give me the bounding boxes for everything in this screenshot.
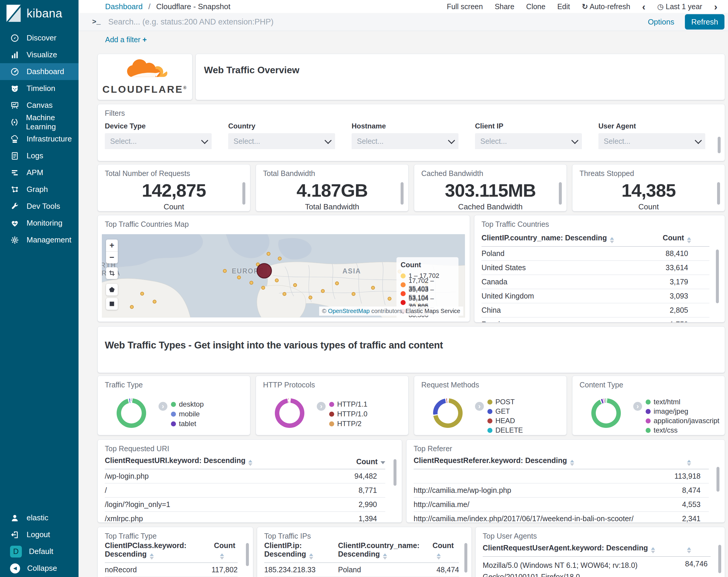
add-filter-link[interactable]: Add a filter + xyxy=(105,35,147,44)
time-forward-button[interactable]: › xyxy=(714,1,718,11)
scrollbar[interactable] xyxy=(559,182,562,205)
cloud-server-icon xyxy=(10,134,20,144)
scrollbar[interactable] xyxy=(464,543,467,573)
column-header-country[interactable]: ClientIP.country_name: Descending xyxy=(482,233,614,243)
legend-item[interactable]: text/html xyxy=(646,398,680,406)
openstreetmap-link[interactable]: OpenStreetMap xyxy=(328,308,370,314)
world-map[interactable]: NORTHAMERICA EUROPE ASIA xyxy=(102,234,465,318)
options-link[interactable]: Options xyxy=(648,18,674,27)
scrollbar[interactable] xyxy=(246,543,249,566)
legend-item[interactable]: HTTP/2 xyxy=(329,420,362,428)
sidebar-item-discover[interactable]: Discover xyxy=(0,29,79,46)
legend-item[interactable]: text/css xyxy=(646,426,677,434)
edit-button[interactable]: Edit xyxy=(557,2,570,11)
sidebar: kibana Discover Visualize Dashboard Time… xyxy=(0,0,79,577)
legend-item[interactable]: DELETE xyxy=(487,426,523,434)
sidebar-item-user[interactable]: elastic xyxy=(0,509,79,526)
scrollbar[interactable] xyxy=(242,182,245,205)
device-type-select[interactable]: Select... xyxy=(105,133,212,149)
auto-refresh-button[interactable]: ↻ Auto-refresh xyxy=(582,2,630,11)
client-ip-select[interactable]: Select... xyxy=(475,133,582,149)
refresh-button[interactable]: Refresh xyxy=(685,14,725,29)
sidebar-item-dashboard[interactable]: Dashboard xyxy=(0,63,79,80)
sidebar-item-graph[interactable]: Graph xyxy=(0,181,79,198)
sidebar-item-dev-tools[interactable]: Dev Tools xyxy=(0,198,79,215)
sidebar-item-machine-learning[interactable]: Machine Learning xyxy=(0,114,79,130)
time-picker-button[interactable]: ◷ Last 1 year xyxy=(657,2,702,11)
breadcrumb-dashboard-link[interactable]: Dashboard xyxy=(105,2,142,11)
column-header-count[interactable] xyxy=(684,544,710,553)
scrollbar[interactable] xyxy=(393,459,396,486)
sidebar-item-infrastructure[interactable]: Infrastructure xyxy=(0,130,79,147)
column-header-referer[interactable]: ClientRequestReferer.keyword: Descending xyxy=(414,456,574,466)
sidebar-item-logs[interactable]: Logs xyxy=(0,147,79,164)
column-header-uri[interactable]: ClientRequestURI.keyword: Descending xyxy=(105,456,253,466)
sidebar-item-timelion[interactable]: Timelion xyxy=(0,80,79,97)
breadcrumb-current: Cloudflare - Snapshot xyxy=(156,2,230,11)
scrollbar[interactable] xyxy=(716,250,719,303)
sidebar-item-apm[interactable]: APM xyxy=(0,164,79,181)
sidebar-item-label: Dev Tools xyxy=(27,202,60,211)
sidebar-item-monitoring[interactable]: Monitoring xyxy=(0,215,79,231)
zoom-in-button[interactable]: + xyxy=(106,240,118,251)
http-protocols-donut-chart[interactable] xyxy=(275,398,304,428)
user-agent-select[interactable]: Select... xyxy=(598,133,705,149)
sidebar-item-management[interactable]: Management xyxy=(0,231,79,248)
easel-icon xyxy=(10,101,20,110)
map-crop-button[interactable] xyxy=(106,267,118,279)
legend-item[interactable]: mobile xyxy=(171,410,200,418)
legend-toggle-icon[interactable]: › xyxy=(317,402,326,411)
scrollbar[interactable] xyxy=(717,467,720,492)
column-header-country[interactable]: ClientIP.country_name:Descending xyxy=(338,541,433,559)
column-header-user-agent[interactable]: ClientRequestUserAgent.keyword: Descendi… xyxy=(483,544,655,553)
request-methods-donut-chart[interactable] xyxy=(433,398,463,428)
sidebar-item-logout[interactable]: Logout xyxy=(0,526,79,543)
scrollbar[interactable] xyxy=(718,137,721,153)
column-header-count[interactable]: Count xyxy=(214,541,238,559)
scrollbar[interactable] xyxy=(400,182,404,205)
column-header-count[interactable]: Count xyxy=(433,541,459,559)
time-back-button[interactable]: ‹ xyxy=(642,1,645,11)
kibana-logo[interactable]: kibana xyxy=(6,5,62,22)
sort-icon xyxy=(383,553,387,559)
country-select[interactable]: Select... xyxy=(228,133,335,149)
column-header-class[interactable]: ClientIPClass.keyword:Descending xyxy=(105,541,186,559)
scrollbar[interactable] xyxy=(717,182,720,205)
legend-item[interactable]: application/javascript xyxy=(646,417,720,425)
traffic-dot xyxy=(266,252,270,256)
legend-item[interactable]: HEAD xyxy=(487,417,515,425)
sidebar-item-collapse[interactable]: ◄ Collapse xyxy=(0,560,79,577)
hostname-select[interactable]: Select... xyxy=(352,133,459,149)
zoom-out-button[interactable]: − xyxy=(106,251,118,264)
legend-item[interactable]: GET xyxy=(487,407,510,416)
column-header-count[interactable] xyxy=(684,456,709,466)
column-header-count[interactable]: Count xyxy=(356,457,385,466)
poland-bubble[interactable] xyxy=(257,263,272,278)
sidebar-item-canvas[interactable]: Canvas xyxy=(0,97,79,114)
scrollbar[interactable] xyxy=(718,545,721,573)
share-button[interactable]: Share xyxy=(495,2,515,11)
content-type-donut-chart[interactable] xyxy=(591,398,621,428)
legend-toggle-icon[interactable]: › xyxy=(633,402,642,411)
legend-toggle-icon[interactable]: › xyxy=(158,402,167,411)
sidebar-item-visualize[interactable]: Visualize xyxy=(0,46,79,63)
legend-item[interactable]: HTTP/1.1 xyxy=(329,400,367,408)
legend-item[interactable]: tablet xyxy=(171,420,196,428)
sidebar-item-space-default[interactable]: D Default xyxy=(0,543,79,560)
legend-item[interactable]: image/jpeg xyxy=(646,407,688,416)
legend-item[interactable]: POST xyxy=(487,398,515,406)
sidebar-item-label: elastic xyxy=(27,513,48,522)
traffic-type-donut-chart[interactable] xyxy=(116,398,146,428)
legend-item[interactable]: desktop xyxy=(171,400,204,408)
legend-toggle-icon[interactable]: › xyxy=(475,402,484,411)
column-header-ip[interactable]: ClientIP.ip:Descending xyxy=(264,541,338,559)
column-header-count[interactable]: Count xyxy=(663,233,709,243)
full-screen-button[interactable]: Full screen xyxy=(447,2,483,11)
map-rectangle-button[interactable] xyxy=(106,298,118,310)
map-polygon-button[interactable] xyxy=(106,284,118,296)
compass-icon xyxy=(10,33,20,43)
search-input[interactable] xyxy=(108,17,648,27)
sort-icon xyxy=(687,547,691,553)
clone-button[interactable]: Clone xyxy=(526,2,545,11)
legend-item[interactable]: HTTP/1.0 xyxy=(329,410,367,418)
